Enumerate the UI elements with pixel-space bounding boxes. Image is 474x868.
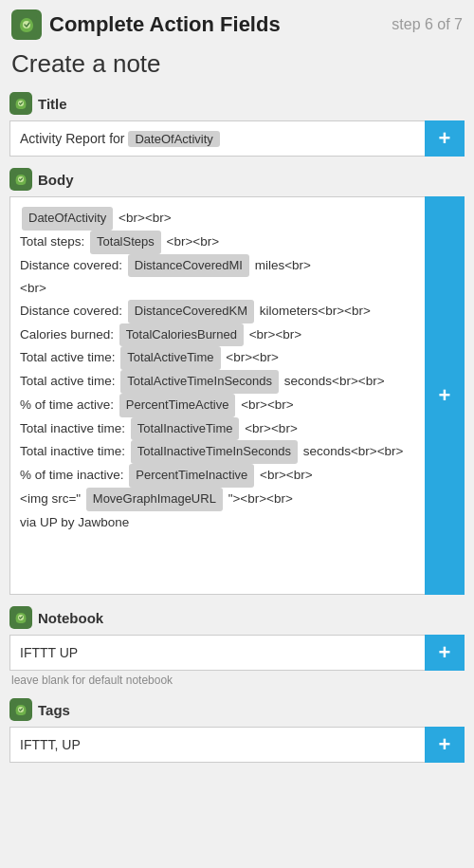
body-tag-DistanceCoveredKM[interactable]: DistanceCoveredKM — [128, 300, 254, 323]
body-tag-TotalActiveTimeInSeconds[interactable]: TotalActiveTimeInSeconds — [120, 370, 279, 394]
notebook-section-icon — [9, 606, 32, 629]
body-section: Body DateOfActivity <br><br> Total steps… — [0, 168, 474, 606]
tags-section-icon — [9, 698, 32, 721]
tags-input-row: IFTTT, UP + — [9, 727, 465, 763]
section-subtitle: Create a note — [0, 46, 474, 92]
tags-section: Tags IFTTT, UP + — [0, 698, 474, 774]
notebook-input-row: IFTTT UP + — [9, 635, 465, 671]
body-section-icon — [9, 168, 32, 191]
tags-section-header: Tags — [9, 698, 465, 721]
notebook-section-header: Notebook — [9, 606, 465, 629]
tags-plus-button[interactable]: + — [425, 727, 465, 763]
notebook-hint: leave blank for default notebook — [9, 671, 465, 687]
body-tag-MoveGraphImageURL[interactable]: MoveGraphImageURL — [86, 488, 223, 511]
page-header: Complete Action Fields step 6 of 7 — [0, 0, 474, 46]
notebook-plus-button[interactable]: + — [425, 635, 465, 671]
notebook-value: IFTTT UP — [20, 645, 78, 660]
tags-label: Tags — [38, 702, 70, 718]
body-input[interactable]: DateOfActivity <br><br> Total steps: Tot… — [9, 196, 425, 595]
title-section-header: Title — [9, 92, 465, 115]
title-input[interactable]: Activity Report for DateOfActivity — [9, 120, 425, 157]
app-icon — [11, 9, 42, 40]
body-content: DateOfActivity <br><br> Total steps: Tot… — [20, 207, 415, 533]
title-section-icon — [9, 92, 32, 115]
body-tag-TotalInactiveTime[interactable]: TotalInactiveTime — [131, 417, 240, 441]
body-tag-TotalActiveTime[interactable]: TotalActiveTime — [120, 346, 220, 370]
title-label: Title — [38, 96, 67, 112]
body-plus-button[interactable]: + — [425, 196, 465, 595]
title-prefix: Activity Report for — [20, 131, 124, 146]
tags-input[interactable]: IFTTT, UP — [9, 727, 425, 763]
body-tag-DateOfActivity[interactable]: DateOfActivity — [22, 207, 113, 231]
title-section: Title Activity Report for DateOfActivity… — [0, 92, 474, 168]
body-input-row: DateOfActivity <br><br> Total steps: Tot… — [9, 196, 465, 595]
body-section-header: Body — [9, 168, 465, 191]
title-plus-button[interactable]: + — [425, 120, 465, 157]
body-tag-DistanceCoveredMI[interactable]: DistanceCoveredMI — [128, 254, 249, 278]
body-tag-TotalCaloriesBurned[interactable]: TotalCaloriesBurned — [119, 323, 244, 347]
body-tag-TotalInactiveTimeInSeconds[interactable]: TotalInactiveTimeInSeconds — [131, 440, 298, 464]
body-tag-PercentTimeActive[interactable]: PercentTimeActive — [119, 394, 236, 417]
title-input-row: Activity Report for DateOfActivity + — [9, 120, 465, 157]
notebook-input[interactable]: IFTTT UP — [9, 635, 425, 671]
body-tag-PercentTimeInactive[interactable]: PercentTimeInactive — [129, 464, 254, 488]
title-tag-pill[interactable]: DateOfActivity — [128, 131, 219, 147]
notebook-section: Notebook IFTTT UP + leave blank for defa… — [0, 606, 474, 698]
body-label: Body — [38, 172, 74, 188]
step-label: step 6 of 7 — [392, 16, 463, 33]
body-tag-TotalSteps[interactable]: TotalSteps — [90, 231, 161, 254]
tags-value: IFTTT, UP — [20, 737, 81, 752]
page-title: Complete Action Fields — [49, 12, 281, 37]
svg-point-1 — [23, 21, 30, 28]
header-left: Complete Action Fields — [11, 9, 281, 40]
notebook-label: Notebook — [38, 610, 103, 626]
